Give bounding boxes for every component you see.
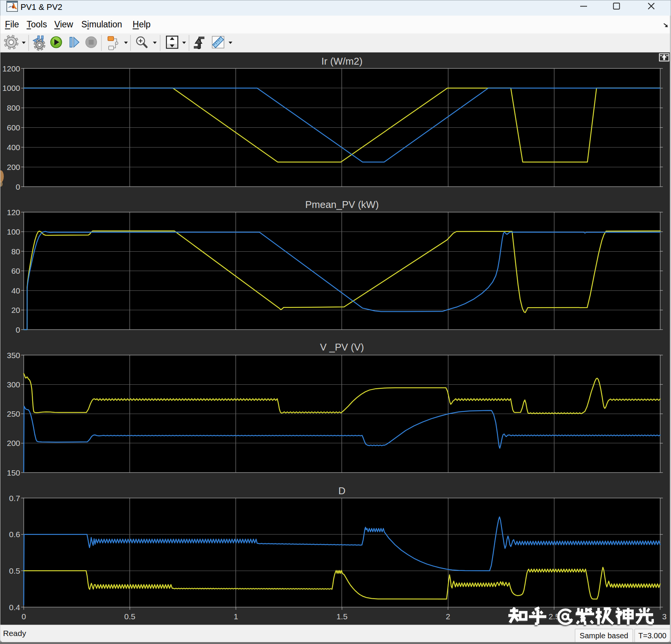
svg-text:300: 300 <box>7 380 20 389</box>
svg-text:0: 0 <box>22 612 26 621</box>
svg-text:0: 0 <box>16 182 20 191</box>
svg-text:2: 2 <box>446 612 450 621</box>
svg-text:0.7: 0.7 <box>9 494 20 503</box>
svg-text:1200: 1200 <box>2 64 20 73</box>
svg-text:0.4: 0.4 <box>9 603 21 612</box>
svg-text:1.5: 1.5 <box>336 612 347 621</box>
svg-text:350: 350 <box>7 351 20 360</box>
svg-text:400: 400 <box>7 143 20 152</box>
svg-text:600: 600 <box>7 123 20 132</box>
svg-text:V _PV (V): V _PV (V) <box>320 341 364 353</box>
svg-text:Ir (W/m2): Ir (W/m2) <box>321 56 362 67</box>
svg-text:800: 800 <box>7 103 20 112</box>
svg-text:100: 100 <box>7 227 20 236</box>
svg-text:80: 80 <box>11 247 20 256</box>
svg-text:200: 200 <box>7 439 20 447</box>
svg-text:40: 40 <box>11 286 20 295</box>
svg-text:120: 120 <box>7 208 20 217</box>
svg-text:0: 0 <box>16 325 20 334</box>
svg-text:20: 20 <box>11 306 20 314</box>
svg-text:0.5: 0.5 <box>124 612 135 621</box>
svg-text:60: 60 <box>11 266 20 275</box>
svg-text:250: 250 <box>7 409 20 418</box>
svg-text:1: 1 <box>234 612 238 621</box>
svg-text:0.5: 0.5 <box>9 566 20 575</box>
svg-text:1000: 1000 <box>2 84 20 92</box>
svg-text:0.6: 0.6 <box>9 530 20 539</box>
svg-text:2.5: 2.5 <box>549 612 560 621</box>
svg-text:150: 150 <box>7 468 20 477</box>
svg-text:D: D <box>339 485 346 496</box>
svg-text:Pmean_PV (kW): Pmean_PV (kW) <box>305 199 379 210</box>
svg-text:200: 200 <box>7 163 20 171</box>
svg-text:3: 3 <box>662 612 667 621</box>
